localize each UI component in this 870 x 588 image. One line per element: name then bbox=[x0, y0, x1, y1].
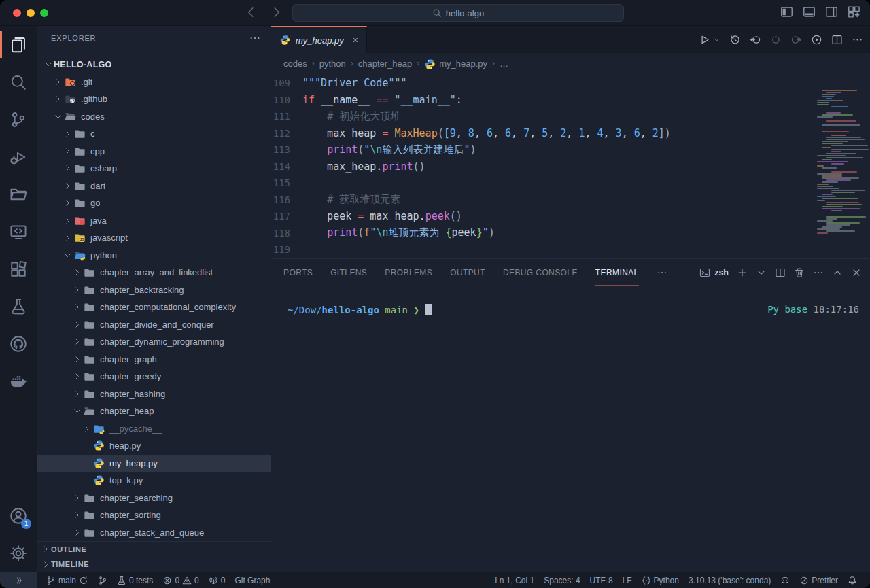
code-line-111[interactable]: 111 # 初始化大顶堆 bbox=[271, 108, 870, 125]
tree-item-dart[interactable]: dart bbox=[37, 177, 271, 195]
activity-bar-settings[interactable] bbox=[0, 534, 37, 572]
breadcrumb-item[interactable]: chapter_heap bbox=[358, 58, 413, 69]
run-dropdown-icon[interactable] bbox=[713, 36, 720, 44]
activity-bar-run-and-debug[interactable] bbox=[0, 138, 37, 175]
tree-item-my_heap.py[interactable]: my_heap.py bbox=[37, 455, 271, 472]
activity-bar-source-control[interactable] bbox=[0, 101, 37, 138]
activity-bar-extensions[interactable] bbox=[0, 250, 37, 288]
close-window-button[interactable] bbox=[13, 9, 21, 17]
toggle-secondary-sidebar-icon[interactable] bbox=[825, 5, 838, 18]
tree-item-.git[interactable]: .git bbox=[37, 73, 271, 91]
sidebar-section-timeline[interactable]: TIMELINE bbox=[37, 557, 271, 572]
kill-terminal-icon[interactable] bbox=[794, 267, 805, 278]
code-editor[interactable]: 109 """Driver Code""" 110 if __name__ ==… bbox=[271, 73, 870, 258]
tree-item-chapter_graph[interactable]: chapter_graph bbox=[37, 351, 271, 368]
terminal[interactable]: ~/Dow/hello-algo main ❯ Py base 18:17:16 bbox=[271, 286, 870, 572]
panel-tab-debug-console[interactable]: DEBUG CONSOLE bbox=[503, 259, 578, 286]
status-copilot[interactable] bbox=[776, 572, 795, 588]
status-problems[interactable]: 00 bbox=[158, 572, 203, 588]
panel-tab-problems[interactable]: PROBLEMS bbox=[385, 259, 432, 286]
tree-item-chapter_backtracking[interactable]: chapter_backtracking bbox=[37, 281, 271, 299]
tree-item-chapter_greedy[interactable]: chapter_greedy bbox=[37, 368, 271, 385]
code-line-112[interactable]: 112 max_heap = MaxHeap([9, 8, 6, 6, 7, 5… bbox=[271, 125, 870, 142]
panel-tabs-more-icon[interactable] bbox=[657, 267, 667, 278]
tree-item-python[interactable]: python bbox=[37, 247, 271, 264]
activity-bar-accounts[interactable]: 1 bbox=[0, 497, 37, 534]
tree-item-chapter_dynamic_programming[interactable]: chapter_dynamic_programming bbox=[37, 333, 271, 351]
status-indentation[interactable]: Spaces: 4 bbox=[539, 572, 585, 588]
breadcrumb-item[interactable]: … bbox=[500, 58, 508, 69]
tree-item-java[interactable]: java bbox=[37, 212, 271, 230]
panel-tab-ports[interactable]: PORTS bbox=[283, 259, 313, 286]
status-prettier[interactable]: Prettier bbox=[795, 572, 843, 588]
code-line-114[interactable]: 114 max_heap.print() bbox=[271, 158, 870, 175]
code-line-110[interactable]: 110 if __name__ == "__main__": bbox=[271, 92, 870, 109]
customize-layout-icon[interactable] bbox=[848, 5, 860, 18]
nav-back-icon[interactable] bbox=[243, 5, 258, 20]
breadcrumb-item[interactable]: python bbox=[319, 58, 346, 69]
panel-tab-gitlens[interactable]: GITLENS bbox=[330, 259, 367, 286]
new-terminal-icon[interactable] bbox=[737, 267, 748, 278]
status-cursor-position[interactable]: Ln 1, Col 1 bbox=[490, 572, 539, 588]
run-python-file-icon[interactable] bbox=[699, 34, 710, 46]
split-terminal-icon[interactable] bbox=[775, 267, 786, 278]
code-line-118[interactable]: 118 print(f"\n堆顶元素为 {peek}") bbox=[271, 225, 870, 242]
status-eol[interactable]: LF bbox=[618, 572, 637, 588]
toggle-primary-sidebar-icon[interactable] bbox=[780, 5, 793, 18]
panel-tab-output[interactable]: OUTPUT bbox=[450, 259, 485, 286]
activity-bar-search[interactable] bbox=[0, 63, 37, 101]
tree-item-chapter_hashing[interactable]: chapter_hashing bbox=[37, 385, 271, 403]
sidebar-section-outline[interactable]: OUTLINE bbox=[37, 541, 271, 557]
panel-tab-terminal[interactable]: TERMINAL bbox=[595, 259, 639, 286]
more-actions-icon[interactable] bbox=[852, 34, 863, 46]
status-python-interpreter[interactable]: 3.10.13 ('base': conda) bbox=[684, 572, 776, 588]
code-line-119[interactable]: 119 bbox=[271, 241, 870, 258]
activity-bar-explorer[interactable] bbox=[0, 26, 37, 63]
terminal-dropdown-icon[interactable] bbox=[756, 267, 767, 278]
status-tests[interactable]: 0 tests bbox=[112, 572, 158, 588]
tree-item-__pycache__[interactable]: __pycache__ bbox=[37, 420, 271, 438]
tree-item-top_k.py[interactable]: top_k.py bbox=[37, 472, 271, 489]
activity-bar-docker[interactable] bbox=[0, 362, 37, 400]
split-editor-icon[interactable] bbox=[831, 34, 843, 46]
tab-my-heap-py[interactable]: my_heap.py × bbox=[271, 26, 367, 53]
tree-item-.github[interactable]: .github bbox=[37, 90, 271, 108]
nav-forward-icon[interactable] bbox=[269, 5, 284, 20]
go-back-icon[interactable] bbox=[750, 34, 761, 46]
go-forward-icon[interactable] bbox=[790, 34, 802, 46]
status-language-mode[interactable]: Python bbox=[637, 572, 684, 588]
breadcrumb-item[interactable]: my_heap.py bbox=[424, 58, 487, 69]
status-ports[interactable]: 0 bbox=[204, 572, 230, 588]
tree-item-HELLO-ALGO[interactable]: HELLO-ALGO bbox=[37, 56, 271, 73]
tree-item-go[interactable]: go bbox=[37, 194, 271, 212]
explorer-more-actions-icon[interactable] bbox=[249, 32, 261, 44]
tree-item-cpp[interactable]: cpp bbox=[37, 143, 271, 160]
code-line-116[interactable]: 116 # 获取堆顶元素 bbox=[271, 192, 870, 209]
tree-item-heap.py[interactable]: heap.py bbox=[37, 437, 271, 455]
restart-kernel-icon[interactable] bbox=[729, 34, 741, 46]
tree-item-chapter_searching[interactable]: chapter_searching bbox=[37, 489, 271, 507]
status-git-branch[interactable]: main bbox=[41, 572, 93, 588]
status-git-graph-branch[interactable] bbox=[93, 572, 112, 588]
code-line-117[interactable]: 117 peek = max_heap.peek() bbox=[271, 208, 870, 225]
checkpoint-icon[interactable] bbox=[770, 34, 782, 46]
code-line-109[interactable]: 109 """Driver Code""" bbox=[271, 75, 870, 92]
activity-bar-github[interactable] bbox=[0, 325, 37, 362]
tree-item-csharp[interactable]: csharp bbox=[37, 160, 271, 177]
activity-bar-testing[interactable] bbox=[0, 288, 37, 325]
minimap[interactable] bbox=[817, 73, 869, 237]
status-git-graph[interactable]: Git Graph bbox=[230, 572, 275, 588]
run-interactive-icon[interactable] bbox=[811, 34, 822, 46]
tree-item-chapter_divide_and_conquer[interactable]: chapter_divide_and_conquer bbox=[37, 316, 271, 334]
zoom-window-button[interactable] bbox=[40, 9, 48, 17]
tree-item-chapter_sorting[interactable]: chapter_sorting bbox=[37, 506, 271, 524]
breadcrumb-item[interactable]: codes bbox=[283, 58, 307, 69]
maximize-panel-icon[interactable] bbox=[832, 267, 843, 278]
status-encoding[interactable]: UTF-8 bbox=[585, 572, 618, 588]
code-line-113[interactable]: 113 print("\n输入列表并建堆后") bbox=[271, 141, 870, 158]
panel-more-icon[interactable] bbox=[813, 267, 824, 278]
code-line-115[interactable]: 115 bbox=[271, 175, 870, 192]
tree-item-chapter_array_and_linkedlist[interactable]: chapter_array_and_linkedlist bbox=[37, 264, 271, 281]
tree-item-chapter_stack_and_queue[interactable]: chapter_stack_and_queue bbox=[37, 524, 271, 542]
status-remote-indicator[interactable] bbox=[0, 572, 37, 588]
